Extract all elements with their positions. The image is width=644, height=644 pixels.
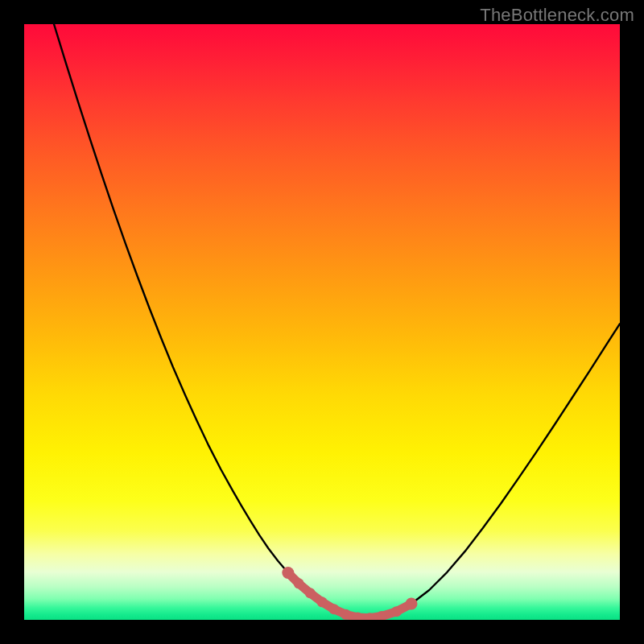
highlight-dot <box>341 609 351 620</box>
bottleneck-curve <box>54 24 620 618</box>
optimal-range-dots <box>282 567 417 620</box>
highlight-dot <box>328 604 339 614</box>
chart-plot-area <box>24 24 620 620</box>
highlight-dot <box>282 567 294 579</box>
chart-overlay <box>24 24 620 620</box>
chart-stage: TheBottleneck.com <box>0 0 644 644</box>
highlight-dot <box>317 597 328 607</box>
watermark-text: TheBottleneck.com <box>480 5 634 26</box>
highlight-dot <box>406 598 418 610</box>
highlight-dot <box>294 578 304 588</box>
highlight-dot <box>305 588 316 598</box>
highlight-dot <box>391 606 402 617</box>
